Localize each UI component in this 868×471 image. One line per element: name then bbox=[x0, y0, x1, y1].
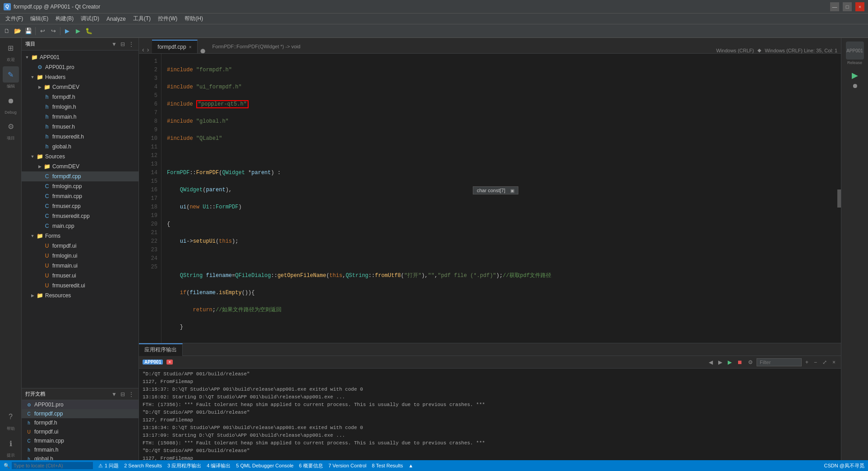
open-files-controls[interactable]: ▼ ⊟ ⋮ bbox=[111, 390, 135, 398]
tree-node-formpdf-h[interactable]: h formpdf.h bbox=[22, 92, 139, 102]
output-prev-btn[interactable]: ◀ bbox=[707, 358, 715, 366]
search-input-container[interactable]: 🔍 bbox=[4, 462, 93, 469]
tree-node-frmuser-cpp[interactable]: C frmuser.cpp bbox=[22, 201, 139, 211]
scroll-thumb[interactable] bbox=[837, 189, 841, 208]
menu-help[interactable]: 帮助(H) bbox=[181, 14, 207, 23]
open-file-frmmain-h[interactable]: h frmmain.h bbox=[22, 445, 139, 454]
close-button[interactable]: × bbox=[855, 2, 864, 11]
csdn-link[interactable]: CSDN @凤不寻觅 bbox=[824, 462, 864, 469]
open-file-formpdf-h[interactable]: h formpdf.h bbox=[22, 418, 139, 427]
debug-button-right[interactable]: ⏺ bbox=[852, 82, 858, 89]
tab-nav-right[interactable]: › bbox=[146, 46, 151, 53]
open-file-global-h[interactable]: h global.h bbox=[22, 454, 139, 460]
project-icon[interactable]: ⚙ bbox=[3, 118, 19, 134]
redo-button[interactable]: ↪ bbox=[48, 26, 58, 36]
menu-edit[interactable]: 编辑(E) bbox=[27, 14, 52, 23]
tree-node-frmmain-cpp[interactable]: C frmmain.cpp bbox=[22, 191, 139, 201]
maximize-button[interactable]: □ bbox=[843, 2, 852, 11]
run-button[interactable]: ▶ bbox=[73, 26, 83, 36]
menu-tools[interactable]: 工具(T) bbox=[129, 14, 154, 23]
code-editor[interactable]: 1 2 3 4 5 6 7 8 9 10 11 12 13 14 15 16 1… bbox=[139, 54, 841, 343]
file-tree-controls[interactable]: ▼ ⊟ ⋮ bbox=[111, 40, 135, 48]
output-stop-btn[interactable]: ⏹ bbox=[735, 358, 744, 366]
tree-node-global-h[interactable]: h global.h bbox=[22, 142, 139, 152]
output-panel-close-btn[interactable]: × bbox=[831, 358, 837, 366]
window-controls[interactable]: — □ × bbox=[830, 2, 864, 11]
tree-node-sources[interactable]: ▼ 📁 Sources bbox=[22, 152, 139, 162]
tab-function-info[interactable]: FormPDF::FormPDF(QWidget *) -> void bbox=[208, 40, 305, 53]
tree-node-commdev-s[interactable]: ▶ 📁 CommDEV bbox=[22, 162, 139, 171]
locate-input[interactable] bbox=[12, 462, 93, 469]
output-run-btn[interactable]: ▶ bbox=[726, 358, 734, 366]
open-button[interactable]: 📂 bbox=[13, 26, 23, 36]
menu-build[interactable]: 构建(B) bbox=[52, 14, 77, 23]
activity-edit[interactable]: ✎ 编辑 bbox=[3, 66, 19, 89]
tree-node-frmuseredit-ui[interactable]: U frmuseredit.ui bbox=[22, 281, 139, 291]
save-button[interactable]: 💾 bbox=[23, 26, 33, 36]
build-button[interactable]: ▶ bbox=[62, 26, 72, 36]
tree-node-headers[interactable]: ▼ 📁 Headers bbox=[22, 72, 139, 82]
tree-node-frmlogin-h[interactable]: h frmlogin.h bbox=[22, 102, 139, 112]
tree-node-frmmain-ui[interactable]: U frmmain.ui bbox=[22, 261, 139, 271]
status-summary[interactable]: 6 概要信息 bbox=[299, 462, 323, 469]
open-files-filter[interactable]: ▼ bbox=[111, 390, 118, 398]
output-add-btn[interactable]: + bbox=[803, 358, 810, 366]
status-qml[interactable]: 5 QML Debugger Console bbox=[236, 463, 293, 468]
activity-help[interactable]: ? 帮助 bbox=[3, 409, 19, 432]
tree-node-resources[interactable]: ▶ 📁 Resources bbox=[22, 291, 139, 300]
open-file-formpdf-cpp[interactable]: C formpdf.cpp bbox=[22, 409, 139, 418]
status-test[interactable]: 8 Test Results bbox=[372, 463, 403, 468]
open-files-toggle[interactable]: ⊟ bbox=[120, 390, 126, 398]
tree-node-frmuseredit-h[interactable]: h frmuseredit.h bbox=[22, 132, 139, 142]
output-filter-input[interactable] bbox=[757, 358, 802, 366]
debug-icon[interactable]: ⏺ bbox=[3, 93, 19, 109]
tree-node-frmlogin-cpp[interactable]: C frmlogin.cpp bbox=[22, 181, 139, 191]
tree-node-frmuser-h[interactable]: h frmuser.h bbox=[22, 122, 139, 132]
output-settings-btn[interactable]: ⚙ bbox=[746, 358, 755, 366]
open-file-formpdf-ui[interactable]: U formpdf.ui bbox=[22, 427, 139, 436]
tab-nav-left[interactable]: ‹ bbox=[141, 46, 146, 53]
info-icon[interactable]: ℹ bbox=[3, 435, 19, 452]
more-button[interactable]: ⋮ bbox=[128, 40, 135, 48]
tree-node-app001pro[interactable]: ⚙ APP001.pro bbox=[22, 62, 139, 72]
output-tab-app[interactable]: 应用程序输出 bbox=[139, 343, 183, 356]
release-icon[interactable]: APP001 bbox=[846, 42, 864, 60]
menu-controls[interactable]: 控件(W) bbox=[154, 14, 181, 23]
output-next-btn[interactable]: ▶ bbox=[716, 358, 724, 366]
open-file-app001pro[interactable]: ⚙ APP001.pro bbox=[22, 400, 139, 409]
activity-info[interactable]: ℹ 提示 bbox=[3, 435, 19, 458]
status-compile[interactable]: 4 编译输出 bbox=[207, 462, 231, 469]
activity-debug[interactable]: ⏺ Debug bbox=[3, 93, 19, 115]
output-panel-expand-btn[interactable]: ⤢ bbox=[821, 358, 829, 366]
tree-node-main-cpp[interactable]: C main.cpp bbox=[22, 221, 139, 231]
run-button-right[interactable]: ▶ bbox=[852, 70, 858, 80]
tree-node-formpdf-ui[interactable]: U formpdf.ui bbox=[22, 241, 139, 251]
edit-icon[interactable]: ✎ bbox=[3, 66, 19, 83]
collapse-all-button[interactable]: ⊟ bbox=[120, 40, 126, 48]
menu-file[interactable]: 文件(F) bbox=[2, 14, 27, 23]
menu-debug[interactable]: 调试(D) bbox=[77, 14, 103, 23]
tree-node-app001[interactable]: ▼ 📁 APP001 bbox=[22, 52, 139, 62]
filter-button[interactable]: ▼ bbox=[111, 40, 118, 48]
activity-project[interactable]: ⚙ 项目 bbox=[3, 118, 19, 141]
tree-node-frmuser-ui[interactable]: U frmuser.ui bbox=[22, 271, 139, 281]
output-remove-btn[interactable]: − bbox=[812, 358, 819, 366]
tab-close-icon[interactable]: × bbox=[189, 45, 192, 50]
tree-node-forms[interactable]: ▼ 📁 Forms bbox=[22, 231, 139, 241]
open-file-frmmain-cpp[interactable]: C frmmain.cpp bbox=[22, 436, 139, 445]
status-search-results[interactable]: 2 Search Results bbox=[124, 463, 162, 468]
status-problems[interactable]: ⚠ 1 问题 bbox=[98, 462, 119, 469]
release-panel[interactable]: APP001 Release bbox=[846, 42, 864, 65]
tree-node-formpdf-cpp[interactable]: C formpdf.cpp bbox=[22, 171, 139, 181]
debug-button[interactable]: 🐛 bbox=[84, 26, 94, 36]
minimize-button[interactable]: — bbox=[830, 2, 839, 11]
welcome-icon[interactable]: ⊞ bbox=[3, 40, 19, 56]
tree-node-frmlogin-ui[interactable]: U frmlogin.ui bbox=[22, 251, 139, 261]
tree-node-commdev-h[interactable]: ▶ 📁 CommDEV bbox=[22, 82, 139, 92]
menu-analyze[interactable]: Analyze bbox=[103, 15, 129, 23]
activity-welcome[interactable]: ⊞ 欢迎 bbox=[3, 40, 19, 63]
status-app-output[interactable]: 3 应用程序输出 bbox=[167, 462, 201, 469]
undo-button[interactable]: ↩ bbox=[37, 26, 47, 36]
tree-node-frmuseredit-cpp[interactable]: C frmuseredit.cpp bbox=[22, 211, 139, 221]
app-close-badge[interactable]: × bbox=[166, 360, 173, 365]
